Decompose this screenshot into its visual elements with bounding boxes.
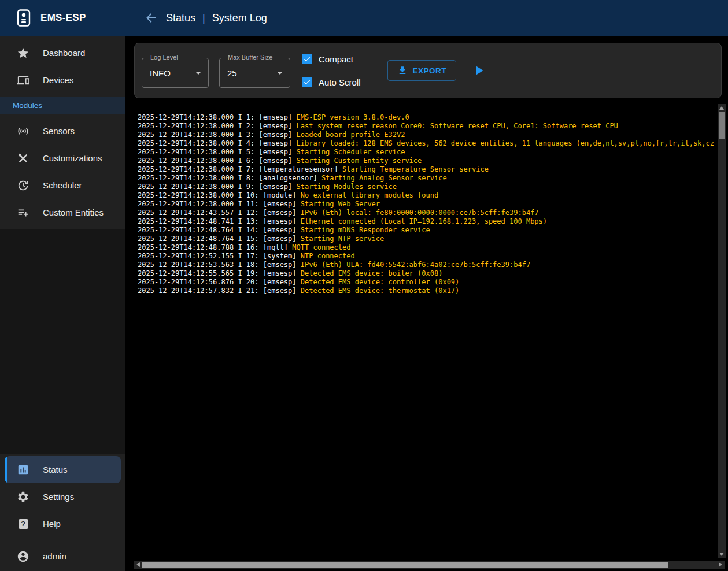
log-message: Detected EMS device: boiler (0x08) xyxy=(301,269,443,277)
log-prefix: 2025-12-29T14:12:38.000 I 10: xyxy=(138,191,263,199)
log-toolbar: Log Level INFO Max Buffer Size 25 Compac… xyxy=(134,43,722,98)
sidebar-item-customizations[interactable]: Customizations xyxy=(5,144,121,172)
log-entry: 2025-12-29T14:12:56.876 I 20: [emsesp] D… xyxy=(138,278,715,287)
log-prefix: 2025-12-29T14:12:38.000 I 2: xyxy=(138,122,259,130)
max-buffer-size-select[interactable]: Max Buffer Size 25 xyxy=(219,58,290,88)
log-message: Starting Web Server xyxy=(301,200,380,208)
export-button[interactable]: EXPORT xyxy=(387,60,457,81)
sidebar-item-devices[interactable]: Devices xyxy=(5,66,121,94)
log-tag: [emsesp] xyxy=(263,209,301,217)
sidebar-item-admin[interactable]: admin xyxy=(5,543,121,570)
log-level-select[interactable]: Log Level INFO xyxy=(142,58,209,88)
log-tag: [emsesp] xyxy=(263,287,301,295)
scroll-right-icon[interactable] xyxy=(719,562,722,567)
log-entry: 2025-12-29T14:12:43.557 I 12: [emsesp] I… xyxy=(138,209,715,217)
log-message: NTP connected xyxy=(301,252,355,260)
log-entry: 2025-12-29T14:12:48.764 I 15: [emsesp] S… xyxy=(138,235,715,243)
log-message: IPv6 (Eth) ULA: fd40:5542:abf6:4a02:ce7b… xyxy=(301,261,530,269)
sidebar-item-label: Settings xyxy=(43,492,74,502)
sidebar-item-settings[interactable]: Settings xyxy=(5,483,121,510)
log-prefix: 2025-12-29T14:12:48.764 I 14: xyxy=(138,226,263,234)
app-header: EMS-ESP Status | System Log xyxy=(0,0,728,36)
max-buffer-size-value: 25 xyxy=(227,68,237,78)
sidebar-item-help[interactable]: ? Help xyxy=(5,510,121,537)
log-entry: 2025-12-29T14:12:53.563 I 18: [emsesp] I… xyxy=(138,261,715,269)
playlist-add-icon xyxy=(16,206,30,220)
back-button[interactable] xyxy=(143,10,159,26)
main-content: Log Level INFO Max Buffer Size 25 Compac… xyxy=(125,36,728,571)
checkbox-checked-icon xyxy=(302,54,312,64)
log-message: MQTT connected xyxy=(292,243,350,251)
log-message: Last system reset reason Core0: Software… xyxy=(297,122,618,130)
sidebar-item-label: Sensors xyxy=(43,126,75,136)
scrollbar-vertical-thumb[interactable] xyxy=(719,112,725,139)
sidebar-item-dashboard[interactable]: Dashboard xyxy=(5,39,121,66)
log-tag: [emsesp] xyxy=(259,131,297,139)
scroll-left-icon[interactable] xyxy=(136,562,140,567)
log-message: Starting Temperature Sensor service xyxy=(342,165,489,173)
log-tag: [emsesp] xyxy=(259,183,297,191)
resume-log-button[interactable] xyxy=(471,63,486,78)
log-tag: [emsesp] xyxy=(259,122,297,130)
log-entry: 2025-12-29T14:12:55.565 I 19: [emsesp] D… xyxy=(138,269,715,278)
brand: EMS-ESP xyxy=(0,0,125,36)
log-entry: 2025-12-29T14:12:38.000 I 2: [emsesp] La… xyxy=(138,122,715,131)
sidebar-item-status[interactable]: Status xyxy=(5,456,121,483)
auto-scroll-checkbox[interactable]: Auto Scroll xyxy=(302,77,361,87)
log-tag: [system] xyxy=(263,252,301,260)
log-message: Starting mDNS Responder service xyxy=(301,226,430,234)
log-tag: [analogsensor] xyxy=(259,174,321,182)
scroll-down-icon[interactable] xyxy=(719,553,724,556)
log-message: EMS-ESP version 3.8.0-dev.0 xyxy=(297,113,409,121)
sidebar-item-label: Status xyxy=(43,465,68,474)
scrollbar-horizontal-thumb[interactable] xyxy=(142,562,668,568)
log-output[interactable]: 2025-12-29T14:12:38.000 I 1: [emsesp] EM… xyxy=(134,105,715,559)
help-icon: ? xyxy=(16,517,30,531)
log-entry: 2025-12-29T14:12:38.000 I 7: [temperatur… xyxy=(138,165,715,174)
sidebar-item-sensors[interactable]: Sensors xyxy=(5,117,121,144)
sidebar-item-scheduler[interactable]: Scheduler xyxy=(5,172,121,199)
sidebar-item-custom-entities[interactable]: Custom Entities xyxy=(5,199,121,226)
sidebar-item-label: admin xyxy=(43,551,66,561)
log-prefix: 2025-12-29T14:12:55.565 I 19: xyxy=(138,269,263,277)
breadcrumb-page: System Log xyxy=(212,12,267,24)
scrollbar-vertical[interactable] xyxy=(718,104,726,558)
sidebar-modules-group: Sensors Customizations xyxy=(0,114,125,229)
log-entry: 2025-12-29T14:12:57.832 I 21: [emsesp] D… xyxy=(138,287,715,295)
checkbox-column: Compact Auto Scroll xyxy=(302,54,361,87)
log-prefix: 2025-12-29T14:12:38.000 I 5: xyxy=(138,148,259,156)
sidebar-item-label: Scheduler xyxy=(43,180,82,190)
log-message: Ethernet connected (Local IP=192.168.1.2… xyxy=(301,217,547,225)
log-tag: [emsesp] xyxy=(259,139,297,147)
sidebar-bottom-group: Status Settings ? Help admin xyxy=(0,454,125,571)
log-prefix: 2025-12-29T14:12:48.741 I 13: xyxy=(138,217,263,225)
log-entry: 2025-12-29T14:12:38.000 I 6: [emsesp] St… xyxy=(138,157,715,165)
log-prefix: 2025-12-29T14:12:57.832 I 21: xyxy=(138,287,263,295)
scrollbar-horizontal[interactable] xyxy=(134,561,725,569)
log-tag: [mqtt] xyxy=(263,243,293,251)
sidebar-item-label: Dashboard xyxy=(43,48,85,58)
log-tag: [emsesp] xyxy=(263,261,301,269)
log-entry: 2025-12-29T14:12:38.000 I 4: [emsesp] Li… xyxy=(138,139,715,148)
log-message: Starting Custom Entity service xyxy=(297,157,422,165)
log-level-value: INFO xyxy=(150,68,171,78)
max-buffer-size-label: Max Buffer Size xyxy=(225,54,275,61)
log-prefix: 2025-12-29T14:12:38.000 I 1: xyxy=(138,113,259,121)
sidebar-item-label: Help xyxy=(43,519,61,529)
gear-icon xyxy=(16,490,30,504)
arrow-left-icon xyxy=(144,11,158,25)
compact-label: Compact xyxy=(319,54,353,64)
export-button-label: EXPORT xyxy=(413,66,447,75)
log-tag: [module] xyxy=(263,191,301,199)
log-message: IPv6 (Eth) local: fe80:0000:0000:0000:ce… xyxy=(301,209,539,217)
scroll-up-icon[interactable] xyxy=(719,106,724,110)
compact-checkbox[interactable]: Compact xyxy=(302,54,361,64)
log-tag: [emsesp] xyxy=(259,157,297,165)
devices-icon xyxy=(16,73,30,87)
log-message: Detected EMS device: controller (0x09) xyxy=(301,278,460,286)
log-message: Library loaded: 128 EMS devices, 562 dev… xyxy=(297,139,715,147)
log-level-label: Log Level xyxy=(147,54,181,61)
log-tag: [emsesp] xyxy=(263,278,301,286)
log-prefix: 2025-12-29T14:12:52.155 I 17: xyxy=(138,252,263,260)
log-entry: 2025-12-29T14:12:38.000 I 8: [analogsens… xyxy=(138,174,715,183)
